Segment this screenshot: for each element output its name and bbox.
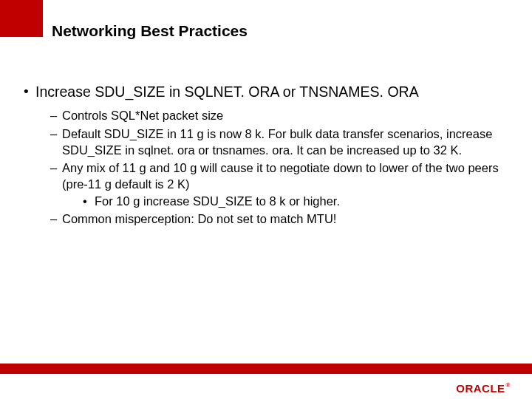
slide-title: Networking Best Practices <box>52 22 248 40</box>
sub-bullet: Controls SQL*Net packet size <box>50 107 510 123</box>
sub-bullet: Any mix of 11 g and 10 g will cause it t… <box>50 160 510 209</box>
sub-bullet: Default SDU_SIZE in 11 g is now 8 k. For… <box>50 126 510 159</box>
oracle-logo-text: ORACLE <box>456 382 505 395</box>
sub-sub-bullet: For 10 g increase SDU_SIZE to 8 k or hig… <box>78 193 510 209</box>
footer-accent-bar <box>0 364 532 374</box>
sub-bullet-text: Any mix of 11 g and 10 g will cause it t… <box>62 161 499 191</box>
sub-bullet: Common misperception: Do not set to matc… <box>50 211 510 227</box>
bullet-list-level3: For 10 g increase SDU_SIZE to 8 k or hig… <box>78 193 510 209</box>
registered-mark: ® <box>506 382 511 389</box>
bullet-list-level1: Increase SDU_SIZE in SQLNET. ORA or TNSN… <box>22 83 510 227</box>
header-accent-block <box>0 0 43 37</box>
slide-content: Increase SDU_SIZE in SQLNET. ORA or TNSN… <box>22 83 510 233</box>
bullet-list-level2: Controls SQL*Net packet size Default SDU… <box>50 107 510 227</box>
main-bullet: Increase SDU_SIZE in SQLNET. ORA or TNSN… <box>22 83 510 227</box>
main-bullet-text: Increase SDU_SIZE in SQLNET. ORA or TNSN… <box>35 83 419 100</box>
oracle-logo: ORACLE® <box>456 382 510 395</box>
